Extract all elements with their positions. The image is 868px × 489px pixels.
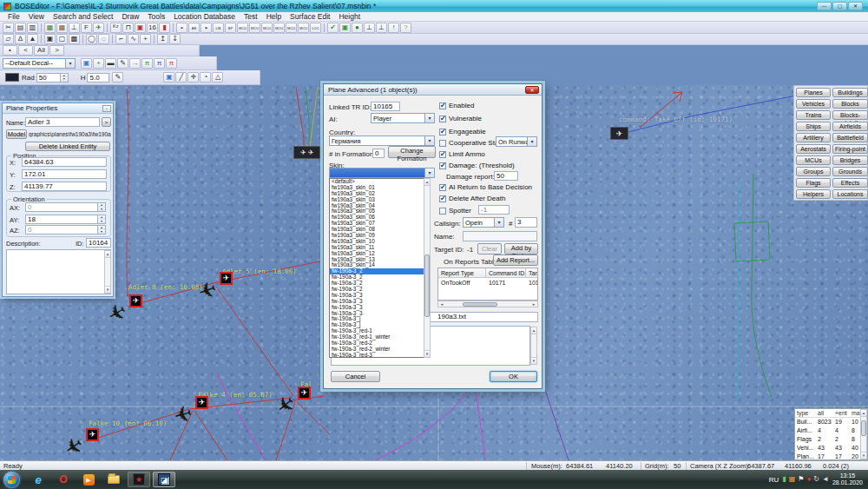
object-category-button[interactable]: Trains — [796, 110, 831, 120]
object-category-button[interactable]: Vehicles — [796, 99, 831, 109]
region-icon[interactable]: ▣ — [135, 23, 146, 33]
all-button[interactable]: All — [34, 45, 49, 56]
stats-scrollbar[interactable]: ▴▾ — [860, 409, 867, 459]
height-kz-icon[interactable]: ᴷᶻ — [110, 23, 122, 33]
rotate-icon[interactable]: ▱ — [3, 34, 14, 44]
node-icon[interactable]: + — [140, 34, 151, 44]
stamp-icon[interactable]: ⊥ — [69, 23, 80, 33]
msi-tray-icon[interactable]: ▦ — [789, 476, 796, 483]
callsign-combo[interactable]: Opein ▾ — [463, 217, 504, 228]
mountain-icon[interactable]: ▲ — [27, 34, 38, 44]
name-more-button[interactable]: > — [102, 117, 111, 127]
cone-icon[interactable]: △ — [212, 72, 223, 83]
ellipse-tool-icon[interactable]: ◌ — [98, 34, 109, 44]
object-category-button[interactable]: Airfields — [832, 122, 868, 131]
menu-item[interactable]: Tools — [143, 12, 169, 21]
stats-row[interactable]: Vehi...43 4340 — [795, 444, 867, 453]
plane-tool-icon[interactable]: ✈ — [93, 23, 104, 33]
delete-linked-entity-button[interactable]: Delete Linked Entity — [25, 142, 110, 151]
object-category-button[interactable]: Effects — [832, 178, 868, 188]
close-button[interactable]: ✕ — [848, 2, 863, 10]
object-category-button[interactable]: Blocks — [832, 99, 868, 109]
language-indicator[interactable]: RU — [769, 476, 779, 484]
delete-after-death-checkbox[interactable]: Delete After Death — [439, 195, 505, 202]
menu-item[interactable]: File — [3, 12, 24, 21]
dialog-title-bar[interactable]: Plane Advanced (1 object(s)) ✕ — [324, 84, 542, 96]
arrow-up-icon[interactable]: ↑ — [388, 23, 399, 33]
page-up-icon[interactable]: ↥ — [157, 34, 168, 44]
paste-icon[interactable]: ▥ — [27, 23, 38, 33]
object-category-button[interactable]: Grounds — [832, 167, 868, 176]
spotter-field[interactable]: -1 — [478, 205, 510, 215]
frame-icon[interactable]: ▢ — [56, 34, 68, 44]
reports-table[interactable]: Report Type Command ID Target ID OnTookO… — [437, 268, 538, 301]
audio-device-tray-icon[interactable]: ● — [806, 476, 811, 483]
vulnerable-checkbox[interactable]: Vulnerable — [439, 115, 482, 122]
menu-item[interactable]: Location Database — [169, 12, 240, 21]
country-combo[interactable]: Германия ▾ — [329, 135, 435, 146]
ax-field[interactable]: 0 — [25, 202, 98, 212]
change-formation-button[interactable]: Change Formation — [388, 146, 436, 158]
mcu-icon-4[interactable]: MCU — [273, 23, 285, 33]
description-scrollbar[interactable]: ▴▾ — [104, 250, 111, 294]
prev-button[interactable]: < — [18, 45, 33, 56]
flag-mark-icon[interactable]: ⚑ — [176, 23, 187, 33]
linked-tr-id-field[interactable]: 10165 — [371, 102, 400, 111]
object-category-button[interactable]: Firing-point — [832, 144, 868, 154]
plane-marker[interactable]: ✈ ✈ — [108, 294, 148, 333]
gpu-tray-icon[interactable]: ▮ — [782, 476, 786, 483]
font-tool-icon[interactable]: F — [81, 23, 92, 33]
menu-item[interactable]: Search and Select — [49, 12, 117, 21]
plane-group-icon[interactable]: ✈✈ — [293, 146, 323, 159]
mcu-icon-2[interactable]: MCU — [249, 23, 260, 33]
terrain-paint-icon[interactable]: ▦ — [56, 23, 68, 33]
takeoff-command-icon[interactable]: ✈ — [610, 127, 628, 140]
mcu-icon-1[interactable]: MCU — [237, 23, 248, 33]
copy-icon[interactable]: ▤ — [15, 23, 26, 33]
key-icon[interactable]: ? — [400, 23, 411, 33]
mcu-icon-6[interactable]: MCU — [298, 23, 309, 33]
taskbar-explorer-button[interactable] — [102, 472, 125, 487]
cut-icon[interactable]: ✂ — [3, 23, 14, 33]
slope-icon[interactable]: ∆ — [15, 34, 26, 44]
object-category-button[interactable]: Locations — [832, 189, 868, 199]
skin-listbox-scrollbar[interactable]: ▴▾ — [424, 178, 431, 358]
stats-row[interactable]: Airfi...4 48 — [795, 426, 867, 435]
circle-tool-icon[interactable]: ◯ — [86, 34, 97, 44]
mcu-icon-3[interactable]: MCU — [261, 23, 273, 33]
object-category-button[interactable]: Bridges — [832, 155, 868, 165]
ai-combo[interactable]: Player ▾ — [371, 113, 435, 123]
volume-tray-icon[interactable]: ◄ — [822, 476, 829, 483]
clock[interactable]: 13:15 28.01.2020 — [832, 472, 863, 486]
image-icon[interactable]: ▣ — [163, 72, 174, 83]
skin-combo[interactable]: ▾ — [329, 168, 435, 178]
target-id-header[interactable]: Target ID — [526, 268, 538, 277]
taskbar-media-button[interactable]: ▶ — [77, 472, 100, 487]
object-category-button[interactable]: Ships — [796, 122, 831, 131]
flag-tray-icon[interactable]: ⚑ — [798, 476, 804, 483]
engageable-checkbox[interactable]: Engageable — [439, 128, 486, 135]
stats-row[interactable]: Flags2 28 — [795, 435, 867, 444]
maximize-button[interactable]: ▢ — [832, 2, 847, 10]
menu-item[interactable]: Help — [262, 12, 286, 21]
object-category-button[interactable]: Flags — [796, 178, 831, 188]
description-textarea[interactable] — [6, 249, 111, 294]
remove-decal-icon[interactable]: ▬ — [105, 58, 116, 69]
object-category-button[interactable]: Buildings — [832, 88, 868, 97]
start-button[interactable] — [3, 472, 20, 488]
clear-button[interactable]: Clear — [477, 243, 502, 254]
ay-stepper[interactable]: ▴▾ — [98, 215, 106, 224]
taskbar-ie-button[interactable]: e — [27, 472, 49, 487]
skin-option[interactable]: fw-190a-3_red-3 — [330, 353, 430, 358]
callsign-number-field[interactable]: 3 — [515, 217, 537, 228]
sync-tray-icon[interactable]: ↻ — [813, 476, 819, 483]
walker-red-icon[interactable]: π — [166, 58, 177, 69]
h-input[interactable]: 5.0 — [87, 73, 109, 83]
image-icon[interactable]: ▣ — [44, 34, 56, 44]
object-category-button[interactable]: Planes — [796, 88, 831, 97]
polyline-icon[interactable]: ⌐ — [115, 34, 127, 44]
ay-field[interactable]: 18 — [25, 215, 98, 224]
menu-item[interactable]: View — [24, 12, 49, 21]
menu-item[interactable]: Draw — [117, 12, 143, 21]
walker-green-icon[interactable]: π — [141, 58, 153, 69]
